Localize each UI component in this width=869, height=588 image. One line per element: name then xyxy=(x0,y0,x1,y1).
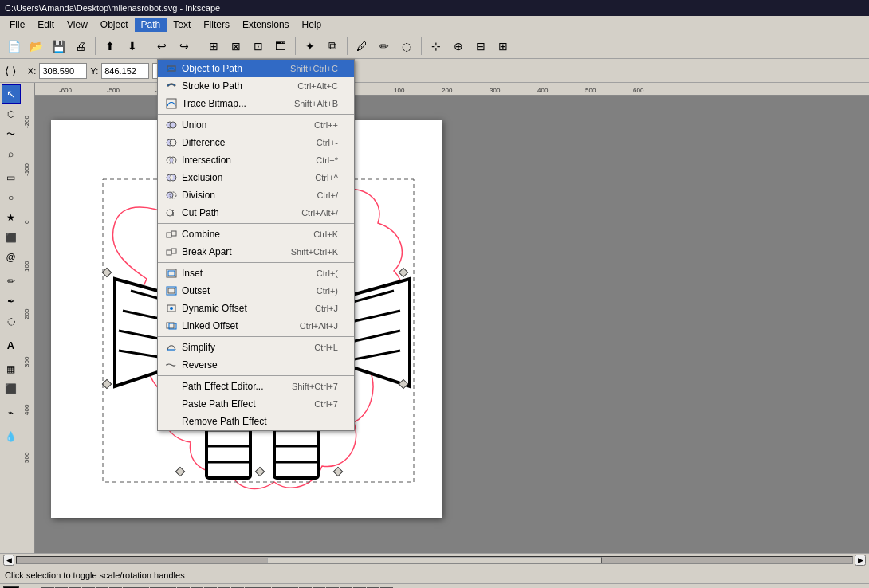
menu-trace-bitmap[interactable]: Trace Bitmap... Shift+Alt+B xyxy=(158,95,354,112)
menu-union[interactable]: Union Ctrl++ xyxy=(158,116,354,134)
menu-text[interactable]: Text xyxy=(167,18,197,32)
svg-rect-68 xyxy=(255,467,264,476)
outset-label: Outset xyxy=(182,285,317,296)
menu-paste-path-effect[interactable]: Paste Path Effect Ctrl+7 xyxy=(158,395,354,413)
menu-stroke-to-path[interactable]: Stroke to Path Ctrl+Alt+C xyxy=(158,77,354,95)
snap-bbox[interactable]: ⊟ xyxy=(470,36,491,57)
sep3 xyxy=(199,37,199,55)
open-button[interactable]: 📂 xyxy=(26,36,46,57)
zoom-select[interactable]: ⊠ xyxy=(226,36,246,57)
save-button[interactable]: 💾 xyxy=(48,36,69,57)
rect-tool-btn[interactable]: ▭ xyxy=(2,168,21,187)
print-button[interactable]: 🖨 xyxy=(70,36,91,57)
y-input[interactable] xyxy=(101,63,149,79)
menu-file[interactable]: File xyxy=(3,18,31,32)
menu-linked-offset[interactable]: Linked Offset Ctrl+Alt+J xyxy=(158,317,354,335)
circle-tool-btn[interactable]: ○ xyxy=(2,188,21,207)
canvas-area[interactable]: -600 -500 -400 -300 -200 -100 0 100 200 … xyxy=(22,83,869,553)
snap-grid[interactable]: ⊞ xyxy=(493,36,513,57)
snap-nodes[interactable]: ⊕ xyxy=(448,36,469,57)
node-align[interactable]: ⧉ xyxy=(322,36,343,57)
pen-tool-btn[interactable]: ✒ xyxy=(2,292,21,311)
zoom-page[interactable]: 🗔 xyxy=(270,36,291,57)
callig-tool-btn[interactable]: ◌ xyxy=(2,312,21,331)
menu-path[interactable]: Path xyxy=(135,18,167,32)
pen-tool-tb[interactable]: 🖊 xyxy=(352,36,372,57)
path-menu[interactable]: Object to Path Shift+Ctrl+C Stroke to Pa… xyxy=(157,59,355,431)
zoom-drawing[interactable]: ⊡ xyxy=(248,36,269,57)
export-button[interactable]: ⬇ xyxy=(122,36,143,57)
menu-remove-path-effect[interactable]: Remove Path Effect xyxy=(158,413,354,430)
select-tool-btn[interactable]: ↖ xyxy=(2,84,21,104)
menu-break-apart[interactable]: Break Apart Shift+Ctrl+K xyxy=(158,243,354,261)
menu-difference[interactable]: Difference Ctrl+- xyxy=(158,134,354,151)
menu-object[interactable]: Object xyxy=(94,18,135,32)
snap-enable[interactable]: ⊹ xyxy=(426,36,446,57)
menu-path-effect-editor[interactable]: Path Effect Editor... Shift+Ctrl+7 xyxy=(158,378,354,395)
linked-offset-icon xyxy=(164,319,179,332)
text-tool-btn[interactable]: A xyxy=(2,335,21,355)
svg-rect-86 xyxy=(167,233,171,237)
menu-filters[interactable]: Filters xyxy=(197,18,236,32)
menu-view[interactable]: View xyxy=(61,18,94,32)
svg-text:0: 0 xyxy=(23,220,30,224)
tweak-tool-btn[interactable]: 〜 xyxy=(2,124,21,143)
dropper-tool-btn[interactable]: 💧 xyxy=(2,427,21,446)
pencil-tool-btn[interactable]: ✏ xyxy=(2,272,21,291)
fill-tool-btn[interactable]: ⬛ xyxy=(2,379,21,398)
intersection-label: Intersection xyxy=(182,155,316,166)
scroll-thumb-h[interactable] xyxy=(267,557,601,563)
svg-text:400: 400 xyxy=(537,87,549,94)
scroll-track-h[interactable] xyxy=(16,556,853,564)
menu-object-to-path[interactable]: Object to Path Shift+Ctrl+C xyxy=(158,60,354,77)
menu-division[interactable]: Division Ctrl+/ xyxy=(158,186,354,204)
new-button[interactable]: 📄 xyxy=(3,36,24,57)
svg-rect-63 xyxy=(102,268,111,276)
undo-button[interactable]: ↩ xyxy=(151,36,172,57)
menu-reverse[interactable]: Reverse xyxy=(158,356,354,374)
connector-tool-btn[interactable]: ⌁ xyxy=(2,403,21,422)
menu-combine[interactable]: Combine Ctrl+K xyxy=(158,225,354,243)
menu-edit[interactable]: Edit xyxy=(31,18,61,32)
gradient-tool-btn[interactable]: ▦ xyxy=(2,359,21,378)
stroke-to-path-icon xyxy=(164,80,179,92)
bezier-tool[interactable]: ◌ xyxy=(396,36,417,57)
division-shortcut: Ctrl+/ xyxy=(317,190,338,200)
zoom-tool-btn[interactable]: ⌕ xyxy=(2,144,21,163)
scroll-left-btn[interactable]: ◀ xyxy=(3,555,14,566)
menu-help[interactable]: Help xyxy=(296,18,328,32)
menu-outset[interactable]: Outset Ctrl+) xyxy=(158,282,354,300)
node-tool-btn[interactable]: ⬡ xyxy=(2,104,21,123)
spiral-tool-btn[interactable]: @ xyxy=(2,248,21,267)
pencil-tool-tb[interactable]: ✏ xyxy=(374,36,395,57)
svg-text:-200: -200 xyxy=(23,115,30,128)
simplify-icon xyxy=(164,341,179,354)
trace-bitmap-shortcut: Shift+Alt+B xyxy=(294,99,338,108)
star-tool-btn[interactable]: ★ xyxy=(2,208,21,227)
menu-extensions[interactable]: Extensions xyxy=(236,18,296,32)
sep-3 xyxy=(158,262,354,263)
import-button[interactable]: ⬆ xyxy=(100,36,120,57)
menu-simplify[interactable]: Simplify Ctrl+L xyxy=(158,339,354,356)
cut-path-shortcut: Ctrl+Alt+/ xyxy=(301,208,338,218)
stroke-to-path-shortcut: Ctrl+Alt+C xyxy=(297,81,338,91)
3d-box-tool-btn[interactable]: ⬛ xyxy=(2,228,21,247)
stroke-to-path-label: Stroke to Path xyxy=(182,80,297,92)
intersection-icon xyxy=(164,154,179,167)
path-effect-editor-label: Path Effect Editor... xyxy=(182,381,292,392)
x-input[interactable] xyxy=(39,63,87,79)
menu-exclusion[interactable]: Exclusion Ctrl+^ xyxy=(158,169,354,186)
menu-dynamic-offset[interactable]: Dynamic Offset Ctrl+J xyxy=(158,300,354,317)
scroll-right-btn[interactable]: ▶ xyxy=(855,555,866,566)
menu-intersection[interactable]: Intersection Ctrl+* xyxy=(158,151,354,169)
menu-inset[interactable]: Inset Ctrl+( xyxy=(158,265,354,282)
redo-button[interactable]: ↪ xyxy=(174,36,195,57)
path-effect-editor-icon xyxy=(164,380,179,393)
svg-rect-65 xyxy=(102,379,111,388)
svg-text:-600: -600 xyxy=(59,87,73,94)
zoom-fit[interactable]: ⊞ xyxy=(203,36,224,57)
menu-cut-path[interactable]: Cut Path Ctrl+Alt+/ xyxy=(158,204,354,221)
inset-label: Inset xyxy=(182,268,317,279)
horizontal-scrollbar[interactable]: ◀ ▶ xyxy=(0,553,869,566)
node-transform[interactable]: ✦ xyxy=(300,36,320,57)
